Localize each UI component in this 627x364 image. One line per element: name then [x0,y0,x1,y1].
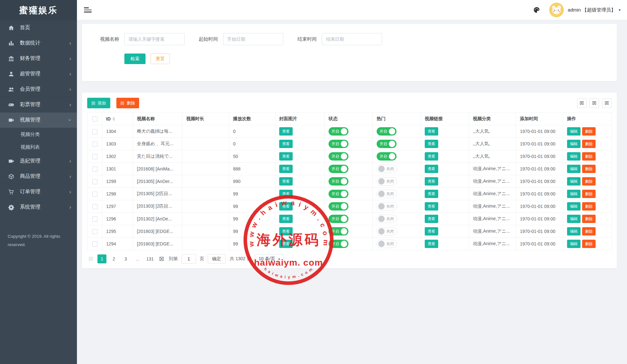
confirm-page-button[interactable]: 确定 [208,254,226,264]
link-view-button[interactable]: 查看 [425,127,438,136]
edit-button[interactable]: 编辑 [567,127,581,136]
cover-view-button[interactable]: 查看 [279,190,293,198]
delete-row-button[interactable]: 删除 [582,215,596,223]
link-view-button[interactable]: 查看 [425,240,438,248]
edit-button[interactable]: 编辑 [567,165,581,173]
link-view-button[interactable]: 查看 [425,140,438,148]
row-checkbox[interactable] [92,192,97,197]
toggle-off[interactable]: 关闭 [377,215,397,223]
cover-view-button[interactable]: 查看 [279,215,293,223]
toggle-on[interactable]: 开启 [329,202,348,211]
sidebar-item-11[interactable]: 订单管理› [0,184,77,200]
delete-row-button[interactable]: 删除 [582,127,596,136]
toggle-off[interactable]: 关闭 [377,240,397,248]
edit-button[interactable]: 编辑 [567,227,581,236]
link-view-button[interactable]: 查看 [425,215,438,223]
page-button-131[interactable]: 131 [145,254,155,263]
toggle-off[interactable]: 关闭 [377,165,397,173]
search-button[interactable]: 检索 [124,54,146,64]
theme-palette-icon[interactable] [531,4,542,15]
sidebar-subitem-8[interactable]: 视频列表 [0,141,77,153]
add-button[interactable]: ☒ 添加 [87,98,110,108]
toggle-on[interactable]: 开启 [329,227,348,236]
cover-view-button[interactable]: 查看 [279,165,293,173]
user-menu[interactable]: admin 【超级管理员】 [568,7,616,13]
cover-view-button[interactable]: 查看 [279,127,293,136]
row-checkbox[interactable] [92,154,97,159]
row-checkbox[interactable] [92,179,97,184]
toggle-on[interactable]: 开启 [377,152,397,161]
row-checkbox[interactable] [92,217,97,222]
cover-view-button[interactable]: 查看 [279,240,293,248]
row-checkbox[interactable] [92,129,97,134]
sidebar-item-2[interactable]: 财务管理› [0,51,77,66]
sidebar-item-1[interactable]: 数据统计› [0,36,77,51]
sidebar-item-0[interactable]: 首页 [0,20,77,36]
page-button-1[interactable]: 1 [97,254,106,263]
toggle-on[interactable]: 开启 [329,165,348,173]
menu-toggle-icon[interactable] [84,6,92,14]
edit-button[interactable]: 编辑 [567,240,581,248]
next-page-button[interactable]: ☒ [158,256,165,262]
start-date-input[interactable] [223,33,283,45]
toggle-off[interactable]: 关闭 [377,227,397,236]
sidebar-item-10[interactable]: 商品管理› [0,169,77,184]
link-view-button[interactable]: 查看 [425,202,438,211]
cover-view-button[interactable]: 查看 [279,177,293,186]
edit-button[interactable]: 编辑 [567,177,581,186]
delete-row-button[interactable]: 删除 [582,240,596,248]
sort-icon[interactable] [113,117,115,121]
cover-view-button[interactable]: 查看 [279,202,293,211]
toggle-on[interactable]: 开启 [329,240,348,248]
toggle-on[interactable]: 开启 [329,190,348,198]
link-view-button[interactable]: 查看 [425,152,438,161]
delete-row-button[interactable]: 删除 [582,152,596,161]
sidebar-item-12[interactable]: 系统管理› [0,200,77,215]
goto-page-input[interactable] [181,254,196,264]
video-name-input[interactable] [124,33,185,45]
row-checkbox[interactable] [92,242,97,247]
row-checkbox[interactable] [92,204,97,209]
export-tool-icon[interactable]: ☒ [602,98,612,108]
sidebar-subitem-7[interactable]: 视频分类 [0,128,77,141]
row-checkbox[interactable] [92,142,97,147]
page-button-3[interactable]: 3 [121,254,130,263]
reset-button[interactable]: 重置 [151,54,170,64]
link-view-button[interactable]: 查看 [425,227,438,236]
user-avatar[interactable] [549,3,564,17]
cover-view-button[interactable]: 查看 [279,227,293,236]
toggle-on[interactable]: 开启 [377,127,397,136]
filter-tool-icon[interactable]: ☒ [589,98,599,108]
toggle-off[interactable]: 关闭 [377,202,397,211]
toggle-on[interactable]: 开启 [329,152,348,161]
toggle-on[interactable]: 开启 [329,140,348,148]
delete-row-button[interactable]: 删除 [582,165,596,173]
batch-delete-button[interactable]: ☒ 删除 [116,98,139,108]
delete-row-button[interactable]: 删除 [582,140,596,148]
row-checkbox[interactable] [92,167,97,172]
delete-row-button[interactable]: 删除 [582,190,596,198]
link-view-button[interactable]: 查看 [425,190,438,198]
delete-row-button[interactable]: 删除 [582,202,596,211]
link-view-button[interactable]: 查看 [425,165,438,173]
toggle-on[interactable]: 开启 [329,177,348,186]
delete-row-button[interactable]: 删除 [582,177,596,186]
sidebar-item-4[interactable]: 会员管理› [0,82,77,97]
prev-page-button[interactable]: ☒ [87,256,95,262]
cover-view-button[interactable]: 查看 [279,152,293,161]
delete-row-button[interactable]: 删除 [582,227,596,236]
sidebar-item-5[interactable]: 彩票管理› [0,97,77,112]
refresh-tool-icon[interactable]: ☒ [577,98,587,108]
toggle-off[interactable]: 关闭 [377,190,397,198]
row-checkbox[interactable] [92,229,97,234]
cover-view-button[interactable]: 查看 [279,140,293,148]
user-menu-caret-icon[interactable]: ▼ [618,8,621,12]
sidebar-item-6[interactable]: 视频管理› [0,112,77,128]
end-date-input[interactable] [322,33,382,45]
page-size-select[interactable]: 10 条/页 ▾ [255,254,284,264]
edit-button[interactable]: 编辑 [567,190,581,198]
edit-button[interactable]: 编辑 [567,202,581,211]
edit-button[interactable]: 编辑 [567,215,581,223]
page-button-2[interactable]: 2 [109,254,118,263]
sidebar-item-9[interactable]: 选妃管理› [0,153,77,169]
